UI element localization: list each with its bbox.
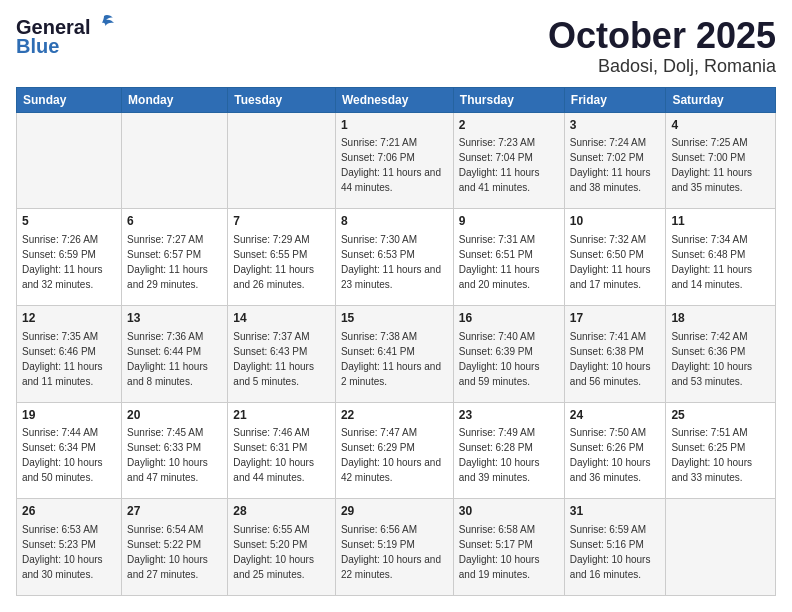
calendar-cell: 16Sunrise: 7:40 AM Sunset: 6:39 PM Dayli… [453,305,564,402]
day-info: Sunrise: 7:50 AM Sunset: 6:26 PM Dayligh… [570,427,651,483]
day-number: 4 [671,117,770,134]
calendar-subtitle: Badosi, Dolj, Romania [548,56,776,77]
calendar-cell: 6Sunrise: 7:27 AM Sunset: 6:57 PM Daylig… [122,209,228,306]
calendar-cell: 20Sunrise: 7:45 AM Sunset: 6:33 PM Dayli… [122,402,228,499]
calendar-cell: 21Sunrise: 7:46 AM Sunset: 6:31 PM Dayli… [228,402,336,499]
day-info: Sunrise: 6:54 AM Sunset: 5:22 PM Dayligh… [127,524,208,580]
calendar-cell: 23Sunrise: 7:49 AM Sunset: 6:28 PM Dayli… [453,402,564,499]
calendar-cell: 28Sunrise: 6:55 AM Sunset: 5:20 PM Dayli… [228,499,336,596]
day-number: 21 [233,407,330,424]
day-number: 31 [570,503,661,520]
day-number: 2 [459,117,559,134]
day-number: 11 [671,213,770,230]
logo-bird-icon [93,14,115,36]
page: General Blue October 2025 Badosi, Dolj, … [0,0,792,612]
day-info: Sunrise: 6:55 AM Sunset: 5:20 PM Dayligh… [233,524,314,580]
day-info: Sunrise: 6:59 AM Sunset: 5:16 PM Dayligh… [570,524,651,580]
calendar-cell: 2Sunrise: 7:23 AM Sunset: 7:04 PM Daylig… [453,112,564,209]
calendar-cell [122,112,228,209]
day-number: 3 [570,117,661,134]
week-row-3: 12Sunrise: 7:35 AM Sunset: 6:46 PM Dayli… [17,305,776,402]
day-number: 17 [570,310,661,327]
calendar-cell: 9Sunrise: 7:31 AM Sunset: 6:51 PM Daylig… [453,209,564,306]
day-info: Sunrise: 7:45 AM Sunset: 6:33 PM Dayligh… [127,427,208,483]
day-header-tuesday: Tuesday [228,87,336,112]
calendar-cell: 31Sunrise: 6:59 AM Sunset: 5:16 PM Dayli… [564,499,666,596]
day-info: Sunrise: 7:24 AM Sunset: 7:02 PM Dayligh… [570,137,651,193]
day-info: Sunrise: 7:51 AM Sunset: 6:25 PM Dayligh… [671,427,752,483]
day-header-monday: Monday [122,87,228,112]
day-info: Sunrise: 6:58 AM Sunset: 5:17 PM Dayligh… [459,524,540,580]
calendar-cell: 18Sunrise: 7:42 AM Sunset: 6:36 PM Dayli… [666,305,776,402]
calendar-cell: 13Sunrise: 7:36 AM Sunset: 6:44 PM Dayli… [122,305,228,402]
day-number: 6 [127,213,222,230]
day-info: Sunrise: 7:38 AM Sunset: 6:41 PM Dayligh… [341,331,441,387]
day-header-sunday: Sunday [17,87,122,112]
day-info: Sunrise: 7:49 AM Sunset: 6:28 PM Dayligh… [459,427,540,483]
calendar-cell: 25Sunrise: 7:51 AM Sunset: 6:25 PM Dayli… [666,402,776,499]
calendar-table: SundayMondayTuesdayWednesdayThursdayFrid… [16,87,776,596]
day-number: 7 [233,213,330,230]
day-number: 19 [22,407,116,424]
header: General Blue October 2025 Badosi, Dolj, … [16,16,776,77]
day-number: 9 [459,213,559,230]
week-row-4: 19Sunrise: 7:44 AM Sunset: 6:34 PM Dayli… [17,402,776,499]
calendar-cell: 4Sunrise: 7:25 AM Sunset: 7:00 PM Daylig… [666,112,776,209]
calendar-cell: 22Sunrise: 7:47 AM Sunset: 6:29 PM Dayli… [335,402,453,499]
day-info: Sunrise: 7:31 AM Sunset: 6:51 PM Dayligh… [459,234,540,290]
day-number: 29 [341,503,448,520]
calendar-cell: 12Sunrise: 7:35 AM Sunset: 6:46 PM Dayli… [17,305,122,402]
day-info: Sunrise: 7:29 AM Sunset: 6:55 PM Dayligh… [233,234,314,290]
day-info: Sunrise: 7:37 AM Sunset: 6:43 PM Dayligh… [233,331,314,387]
calendar-cell: 30Sunrise: 6:58 AM Sunset: 5:17 PM Dayli… [453,499,564,596]
day-number: 5 [22,213,116,230]
calendar-cell: 24Sunrise: 7:50 AM Sunset: 6:26 PM Dayli… [564,402,666,499]
day-header-friday: Friday [564,87,666,112]
day-header-thursday: Thursday [453,87,564,112]
calendar-cell: 10Sunrise: 7:32 AM Sunset: 6:50 PM Dayli… [564,209,666,306]
calendar-cell: 29Sunrise: 6:56 AM Sunset: 5:19 PM Dayli… [335,499,453,596]
day-header-row: SundayMondayTuesdayWednesdayThursdayFrid… [17,87,776,112]
day-info: Sunrise: 7:44 AM Sunset: 6:34 PM Dayligh… [22,427,103,483]
week-row-5: 26Sunrise: 6:53 AM Sunset: 5:23 PM Dayli… [17,499,776,596]
day-info: Sunrise: 7:40 AM Sunset: 6:39 PM Dayligh… [459,331,540,387]
day-number: 30 [459,503,559,520]
day-info: Sunrise: 7:32 AM Sunset: 6:50 PM Dayligh… [570,234,651,290]
day-info: Sunrise: 7:25 AM Sunset: 7:00 PM Dayligh… [671,137,752,193]
calendar-cell: 8Sunrise: 7:30 AM Sunset: 6:53 PM Daylig… [335,209,453,306]
calendar-cell: 11Sunrise: 7:34 AM Sunset: 6:48 PM Dayli… [666,209,776,306]
day-info: Sunrise: 7:23 AM Sunset: 7:04 PM Dayligh… [459,137,540,193]
day-number: 24 [570,407,661,424]
day-number: 12 [22,310,116,327]
day-number: 28 [233,503,330,520]
calendar-cell: 15Sunrise: 7:38 AM Sunset: 6:41 PM Dayli… [335,305,453,402]
day-number: 27 [127,503,222,520]
day-info: Sunrise: 7:30 AM Sunset: 6:53 PM Dayligh… [341,234,441,290]
calendar-cell [666,499,776,596]
calendar-cell: 14Sunrise: 7:37 AM Sunset: 6:43 PM Dayli… [228,305,336,402]
day-number: 16 [459,310,559,327]
calendar-body: 1Sunrise: 7:21 AM Sunset: 7:06 PM Daylig… [17,112,776,595]
calendar-cell: 19Sunrise: 7:44 AM Sunset: 6:34 PM Dayli… [17,402,122,499]
logo-blue-text: Blue [16,35,59,58]
day-info: Sunrise: 7:36 AM Sunset: 6:44 PM Dayligh… [127,331,208,387]
day-info: Sunrise: 7:26 AM Sunset: 6:59 PM Dayligh… [22,234,103,290]
day-number: 14 [233,310,330,327]
day-number: 1 [341,117,448,134]
title-block: October 2025 Badosi, Dolj, Romania [548,16,776,77]
day-number: 10 [570,213,661,230]
day-number: 13 [127,310,222,327]
day-number: 22 [341,407,448,424]
week-row-2: 5Sunrise: 7:26 AM Sunset: 6:59 PM Daylig… [17,209,776,306]
day-info: Sunrise: 7:27 AM Sunset: 6:57 PM Dayligh… [127,234,208,290]
calendar-cell [228,112,336,209]
day-number: 8 [341,213,448,230]
day-header-wednesday: Wednesday [335,87,453,112]
calendar-cell: 26Sunrise: 6:53 AM Sunset: 5:23 PM Dayli… [17,499,122,596]
day-info: Sunrise: 7:46 AM Sunset: 6:31 PM Dayligh… [233,427,314,483]
day-info: Sunrise: 7:41 AM Sunset: 6:38 PM Dayligh… [570,331,651,387]
calendar-cell: 27Sunrise: 6:54 AM Sunset: 5:22 PM Dayli… [122,499,228,596]
week-row-1: 1Sunrise: 7:21 AM Sunset: 7:06 PM Daylig… [17,112,776,209]
day-info: Sunrise: 7:21 AM Sunset: 7:06 PM Dayligh… [341,137,441,193]
day-info: Sunrise: 7:34 AM Sunset: 6:48 PM Dayligh… [671,234,752,290]
